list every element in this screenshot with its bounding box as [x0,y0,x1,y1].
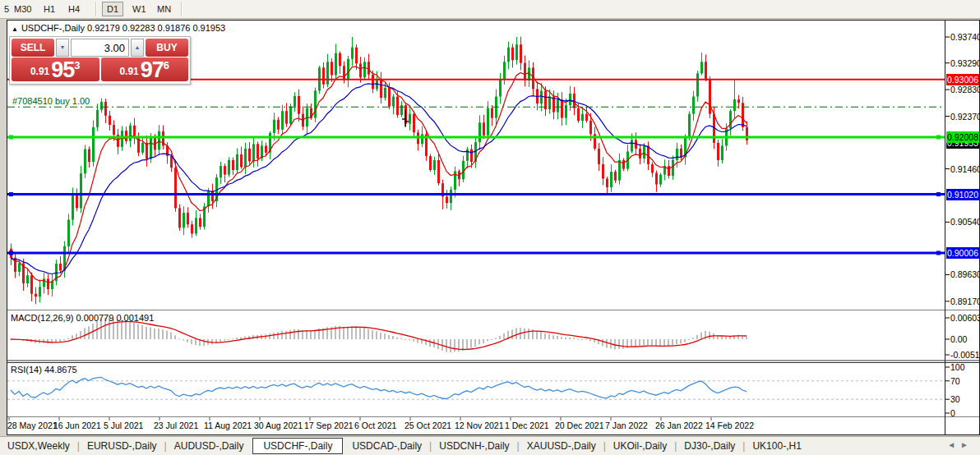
support-line-2-handle[interactable] [9,250,13,255]
timeframe-button-m30[interactable]: M30 [12,2,34,16]
selected-bar-marker [402,110,409,126]
timeframe-button-h1[interactable]: H1 [41,2,58,16]
date-axis-label: 1 Dec 2021 [505,421,549,430]
timeframe-button-w1[interactable]: W1 [130,2,149,16]
rsi-indicator-label: RSI(14) 44.8675 [11,365,77,375]
entry-target-line-handle[interactable] [9,136,13,140]
volume-input[interactable] [71,39,129,57]
volume-increase-button[interactable]: ▲ [131,39,144,57]
rsi-axis-label: 0 [950,408,955,418]
price-badge-0.92008: 0.92008 [946,131,979,143]
support-line-1-handle[interactable] [9,192,13,196]
date-axis-label: 14 Feb 2022 [705,421,754,430]
toolbar-separator [95,2,97,16]
date-axis-label: 6 Oct 2021 [354,421,396,430]
date-axis-label: 30 Aug 2021 [254,421,303,430]
ma-slow-line [11,84,747,274]
support-line-1-handle[interactable] [936,192,941,196]
sell-price-base: 0.91 [30,66,49,77]
trade-panel: SELL ▼ ▲ BUY 0.91 95 3 0.91 97 6 [9,36,191,85]
rsi-axis-label: 70 [950,376,960,386]
date-axis-label: 16 Jun 2021 [53,421,101,430]
price-axis-label: 0.89630 [950,269,980,279]
buy-price-base: 0.91 [119,66,138,77]
price-axis-label: 0.91460 [950,164,980,174]
buy-price-tile[interactable]: 0.91 97 6 [101,57,189,81]
tabs-scroll-left-icon[interactable]: ◄ [947,440,960,449]
timeframe-button-h4[interactable]: H4 [66,2,82,16]
buy-button[interactable]: BUY [146,39,188,57]
chart-tab-dj30[interactable]: DJ30-,Daily [677,439,742,453]
timeframe-button-mn[interactable]: MN [155,2,173,16]
sell-button[interactable]: SELL [12,39,54,57]
chart-title-ohlc: 0.92179 0.92283 0.91876 0.91953 [87,23,225,33]
sell-price-big: 95 [51,60,74,80]
volume-decrease-button[interactable]: ▼ [56,39,69,57]
entry-target-line-handle[interactable] [936,136,941,140]
date-axis-label: 5 Jul 2021 [104,421,143,430]
chart-tab-xauusd[interactable]: XAUUSD-,Daily [520,439,603,453]
date-axis-label: 23 Jul 2021 [154,421,198,430]
chart-tab-bar: USDX,Weekly|EURUSD-,Daily|AUDUSD-,DailyU… [0,436,980,455]
macd-axis-label: 0.006034 [950,313,980,323]
sell-price-tile[interactable]: 0.91 95 3 [12,57,99,81]
price-badge-0.90006: 0.90006 [946,247,979,259]
date-axis-label: 7 Jan 2022 [605,421,648,430]
price-badge-0.93006: 0.93006 [946,74,979,85]
date-axis-label: 12 Nov 2021 [455,421,504,430]
timeframe-button-5[interactable]: 5 [2,2,12,16]
macd-axis-label: 0.00 [950,334,967,344]
buy-price-big: 97 [141,60,164,80]
macd-axis-label: -0.005156 [950,350,980,360]
price-badge-0.91020: 0.91020 [946,189,979,200]
chart-title-symbol: USDCHF-,Daily [21,23,85,33]
rsi-axis-label: 30 [950,394,960,404]
chart-tab-usdcad[interactable]: USDCAD-,Daily [344,439,429,453]
date-axis-label: 28 May 2021 [7,421,58,430]
chart-tab-usdcnh[interactable]: USDCNH-,Daily [432,439,516,453]
rsi-line [11,377,747,398]
chart-tab-usdchf[interactable]: USDCHF-,Daily [252,438,343,454]
support-line-2-handle[interactable] [936,250,941,255]
tabs-scroll-right-icon[interactable]: ► [960,440,973,449]
collapse-icon[interactable]: ▲ [12,25,18,33]
chart-tab-ukoil[interactable]: UKOil-,Daily [606,439,674,453]
chart-tab-usdx[interactable]: USDX,Weekly [0,439,77,453]
ma-fast-line [11,67,747,283]
price-axis-label: 0.93740 [950,32,980,42]
rsi-axis-label: 100 [950,362,965,372]
chart-title: ▲USDCHF-,Daily 0.92179 0.92283 0.91876 0… [12,23,225,33]
price-axis-label: 0.92370 [950,112,980,122]
date-axis-label: 26 Jan 2022 [655,421,703,430]
chart-tab-audusd[interactable]: AUDUSD-,Daily [167,439,252,453]
macd-indicator-label: MACD(12,26,9) 0.000779 0.001491 [11,313,154,323]
date-axis-label: 11 Aug 2021 [204,421,252,430]
price-axis-label: 0.92830 [950,85,980,94]
date-axis-label: 25 Oct 2021 [404,421,451,430]
timeframe-toolbar: 5M30H1H4D1W1MN [0,0,980,19]
macd-histogram [10,318,747,352]
open-position-label: #7084510 buy 1.00 [12,96,90,106]
date-axis-label: 17 Sep 2021 [304,421,354,430]
chart-tab-uk100[interactable]: UK100-,H1 [745,439,808,453]
price-axis-label: 0.93290 [950,58,980,68]
buy-price-pip: 6 [164,59,169,71]
date-axis-label: 20 Dec 2021 [555,421,604,430]
price-axis-label: 0.90540 [950,217,980,227]
sell-price-pip: 3 [74,59,80,71]
chart-tab-eurusd[interactable]: EURUSD-,Daily [80,439,164,453]
timeframe-button-d1[interactable]: D1 [102,2,123,16]
price-axis-label: 0.89170 [950,296,980,306]
toolbar-separator [181,2,183,16]
chart-window: ▲USDCHF-,Daily 0.92179 0.92283 0.91876 0… [7,20,980,435]
